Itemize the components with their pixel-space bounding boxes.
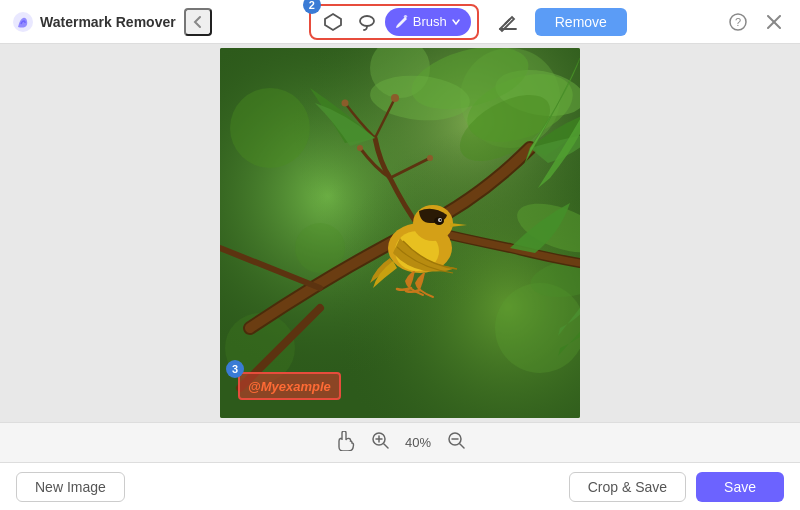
eraser-button[interactable] bbox=[491, 8, 523, 36]
polygon-icon bbox=[323, 12, 343, 32]
canvas-area[interactable]: 3 @Myexample bbox=[0, 44, 800, 422]
main-image: 3 @Myexample bbox=[220, 48, 580, 418]
svg-marker-1 bbox=[325, 14, 341, 30]
zoom-in-icon[interactable] bbox=[371, 431, 389, 454]
svg-point-2 bbox=[360, 16, 374, 26]
save-button[interactable]: Save bbox=[696, 472, 784, 502]
main-content: 3 @Myexample 40% bbox=[0, 44, 800, 462]
step-3-badge: 3 bbox=[226, 360, 244, 378]
app-logo: Watermark Remover bbox=[12, 11, 176, 33]
svg-point-35 bbox=[440, 219, 442, 221]
app-title: Watermark Remover bbox=[40, 14, 176, 30]
app-logo-icon bbox=[12, 11, 34, 33]
polygon-tool-button[interactable] bbox=[317, 8, 349, 36]
brush-tool-button[interactable]: Brush bbox=[385, 8, 471, 36]
crop-save-button[interactable]: Crop & Save bbox=[569, 472, 686, 502]
svg-line-39 bbox=[384, 444, 388, 448]
close-button[interactable] bbox=[760, 8, 788, 36]
bottom-bar: New Image Crop & Save Save bbox=[0, 462, 800, 510]
title-right: ? bbox=[724, 8, 788, 36]
close-icon bbox=[767, 15, 781, 29]
svg-text:?: ? bbox=[735, 16, 741, 28]
zoom-bar: 40% bbox=[0, 422, 800, 462]
lasso-icon bbox=[357, 12, 377, 32]
bird-scene-svg bbox=[220, 48, 580, 418]
watermark-box: @Myexample bbox=[238, 372, 341, 400]
title-left: Watermark Remover bbox=[12, 8, 212, 36]
lasso-tool-button[interactable] bbox=[351, 8, 383, 36]
eraser-icon bbox=[496, 11, 518, 33]
watermark-overlay: 3 @Myexample bbox=[238, 372, 341, 400]
step-2-badge: 2 bbox=[303, 0, 321, 14]
hand-tool-icon[interactable] bbox=[335, 431, 355, 455]
image-container: 3 @Myexample bbox=[220, 48, 580, 418]
help-icon: ? bbox=[729, 13, 747, 31]
remove-button[interactable]: Remove bbox=[535, 8, 627, 36]
watermark-text: @Myexample bbox=[248, 379, 331, 394]
svg-line-42 bbox=[460, 444, 464, 448]
help-button[interactable]: ? bbox=[724, 8, 752, 36]
brush-label: Brush bbox=[413, 14, 447, 29]
svg-point-13 bbox=[230, 88, 310, 168]
svg-point-28 bbox=[427, 155, 433, 161]
tools-group: 2 Brush bbox=[309, 4, 479, 40]
svg-point-29 bbox=[357, 145, 363, 151]
back-icon bbox=[190, 14, 206, 30]
svg-point-26 bbox=[391, 94, 399, 102]
svg-point-27 bbox=[342, 100, 349, 107]
bottom-right-actions: Crop & Save Save bbox=[569, 472, 784, 502]
title-bar: Watermark Remover 2 bbox=[0, 0, 800, 44]
new-image-button[interactable]: New Image bbox=[16, 472, 125, 502]
zoom-level-text: 40% bbox=[405, 435, 431, 450]
brush-icon bbox=[395, 15, 409, 29]
title-center: 2 Brush bbox=[309, 4, 627, 40]
zoom-out-icon[interactable] bbox=[447, 431, 465, 454]
brush-dropdown-icon bbox=[451, 17, 461, 27]
back-button[interactable] bbox=[184, 8, 212, 36]
